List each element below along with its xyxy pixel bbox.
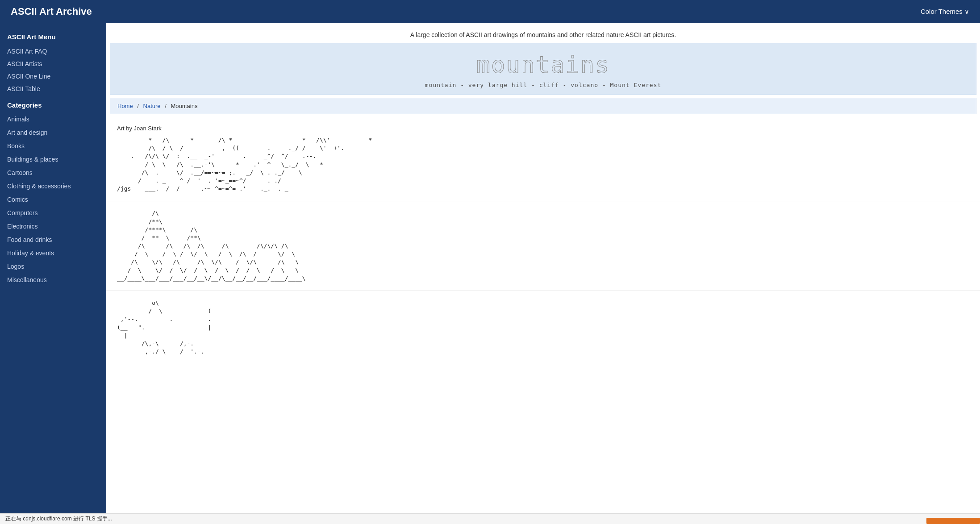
breadcrumb-sep2: / — [165, 103, 167, 109]
sidebar-item-books[interactable]: Books — [0, 139, 106, 153]
status-bar: 正在与 cdnjs.cloudflare.com 进行 TLS 握手... — [0, 513, 980, 524]
ascii-page-title: mountains — [119, 51, 967, 78]
sidebar-item-artists[interactable]: ASCII Artists — [0, 58, 106, 70]
title-banner: mountains mountain - very large hill - c… — [110, 43, 976, 95]
breadcrumb-sep1: / — [137, 103, 139, 109]
sidebar-item-art-design[interactable]: Art and design — [0, 126, 106, 139]
sidebar-item-animals[interactable]: Animals — [0, 112, 106, 126]
site-title: ASCII Art Archive — [11, 6, 92, 17]
breadcrumb-home[interactable]: Home — [117, 103, 133, 109]
art-section-3: o\ _______/_ \___________ ( ,'--. . . (_… — [106, 291, 980, 364]
sidebar-item-buildings[interactable]: Buildings & places — [0, 153, 106, 166]
art-pre-3: o\ _______/_ \___________ ( ,'--. . . (_… — [117, 299, 969, 356]
sidebar-item-faq[interactable]: ASCII Art FAQ — [0, 45, 106, 58]
art-author-1: Art by Joan Stark — [117, 125, 969, 132]
sidebar-item-electronics[interactable]: Electronics — [0, 220, 106, 233]
site-header: ASCII Art Archive Color Themes ∨ — [0, 0, 980, 23]
status-text: 正在与 cdnjs.cloudflare.com 进行 TLS 握手... — [5, 515, 112, 523]
sidebar-item-logos[interactable]: Logos — [0, 260, 106, 273]
art-section-2: /\ /**\ /****\ /\ / ** \ /**\ /\ /\ /\ /… — [106, 201, 980, 291]
page-subtitle: mountain - very large hill - cliff - vol… — [119, 82, 967, 88]
sidebar-item-misc[interactable]: Miscellaneous — [0, 273, 106, 287]
sidebar-item-cartoons[interactable]: Cartoons — [0, 166, 106, 179]
sidebar-item-clothing[interactable]: Clothing & accessories — [0, 179, 106, 193]
breadcrumb: Home / Nature / Mountains — [110, 98, 976, 114]
sidebar-item-food[interactable]: Food and drinks — [0, 233, 106, 246]
sidebar: ASCII Art Menu ASCII Art FAQ ASCII Artis… — [0, 23, 106, 524]
scrollbar-thumb[interactable] — [926, 518, 980, 524]
sidebar-item-table[interactable]: ASCII Table — [0, 83, 106, 95]
breadcrumb-category[interactable]: Nature — [143, 103, 161, 109]
breadcrumb-current: Mountains — [171, 103, 197, 109]
page-description: A large collection of ASCII art drawings… — [106, 23, 980, 43]
sidebar-item-oneline[interactable]: ASCII One Line — [0, 70, 106, 83]
sidebar-menu-title: ASCII Art Menu — [0, 30, 106, 45]
main-layout: ASCII Art Menu ASCII Art FAQ ASCII Artis… — [0, 23, 980, 524]
color-themes-button[interactable]: Color Themes ∨ — [921, 8, 969, 16]
categories-title: Categories — [0, 95, 106, 112]
art-pre-1: * /\ _ * /\ * * /\\'__ * /\ / \ / , (( .… — [117, 136, 969, 193]
art-section-1: Art by Joan Stark * /\ _ * /\ * * /\\'__… — [106, 117, 980, 201]
art-pre-2: /\ /**\ /****\ /\ / ** \ /**\ /\ /\ /\ /… — [117, 209, 969, 283]
sidebar-item-computers[interactable]: Computers — [0, 206, 106, 220]
main-content: A large collection of ASCII art drawings… — [106, 23, 980, 524]
sidebar-item-comics[interactable]: Comics — [0, 193, 106, 206]
sidebar-item-holiday[interactable]: Holiday & events — [0, 246, 106, 260]
